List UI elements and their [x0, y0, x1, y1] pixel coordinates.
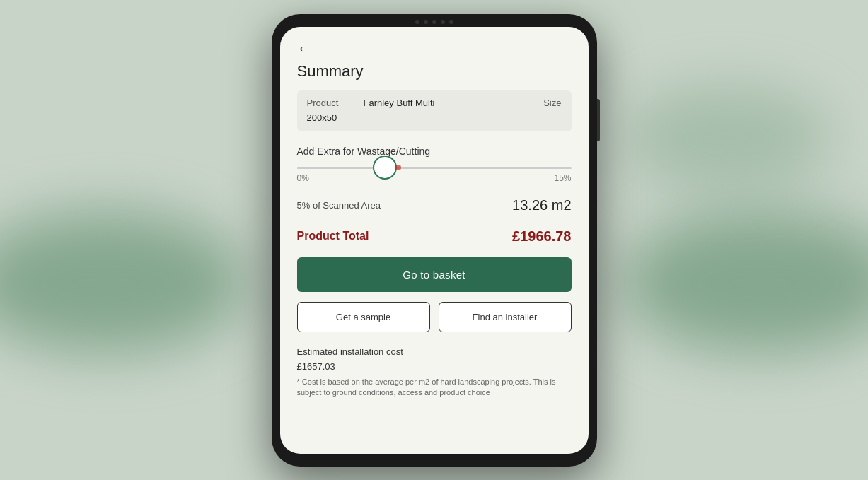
get-sample-button[interactable]: Get a sample: [297, 302, 430, 332]
background-blob-left: [0, 211, 248, 353]
background-blob-top: [620, 85, 833, 191]
find-installer-button[interactable]: Find an installer: [439, 302, 572, 332]
camera-dot: [441, 20, 445, 24]
slider-thumb[interactable]: [373, 156, 397, 180]
product-label: Product: [307, 98, 349, 108]
camera-dot: [449, 20, 453, 24]
size-value: 200x50: [307, 112, 562, 123]
installation-cost-note: * Cost is based on the average per m2 of…: [297, 377, 572, 399]
camera-dots: [415, 20, 453, 24]
size-label: Size: [543, 98, 561, 108]
tablet-screen: ← Summary Product Farnley Buff Multi Siz…: [280, 27, 589, 454]
installation-cost-section: Estimated installation cost £1657.03 * C…: [297, 345, 572, 399]
camera-dot: [424, 20, 428, 24]
background-blob-right: [620, 211, 868, 353]
installation-cost-value: £1657.03: [297, 360, 572, 374]
side-button: [597, 99, 600, 141]
slider-max-label: 15%: [554, 173, 571, 183]
product-name: Farnley Buff Multi: [364, 98, 435, 108]
product-row: Product Farnley Buff Multi Size: [307, 98, 562, 108]
scanned-label: 5% of Scanned Area: [297, 200, 381, 211]
page-title: Summary: [297, 62, 572, 81]
go-to-basket-button[interactable]: Go to basket: [297, 257, 572, 292]
camera-dot: [432, 20, 436, 24]
total-value: £1966.78: [512, 228, 571, 245]
installation-cost-title: Estimated installation cost: [297, 345, 572, 359]
slider-labels: 0% 15%: [297, 173, 572, 183]
slider-min-label: 0%: [297, 173, 309, 183]
action-buttons-row: Get a sample Find an installer: [297, 302, 572, 332]
scanned-area-row: 5% of Scanned Area 13.26 m2: [297, 187, 572, 221]
slider-container[interactable]: 0% 15%: [297, 167, 572, 183]
slider-dot: [395, 165, 401, 170]
total-label: Product Total: [297, 230, 369, 242]
tablet-frame: ← Summary Product Farnley Buff Multi Siz…: [272, 14, 597, 467]
scanned-value: 13.26 m2: [512, 197, 571, 213]
camera-dot: [415, 20, 419, 24]
product-total-row: Product Total £1966.78: [297, 228, 572, 245]
back-button[interactable]: ←: [297, 41, 313, 57]
slider-track: [297, 167, 572, 169]
product-info-box: Product Farnley Buff Multi Size 200x50: [297, 90, 572, 131]
wastage-title: Add Extra for Wastage/Cutting: [297, 146, 572, 157]
